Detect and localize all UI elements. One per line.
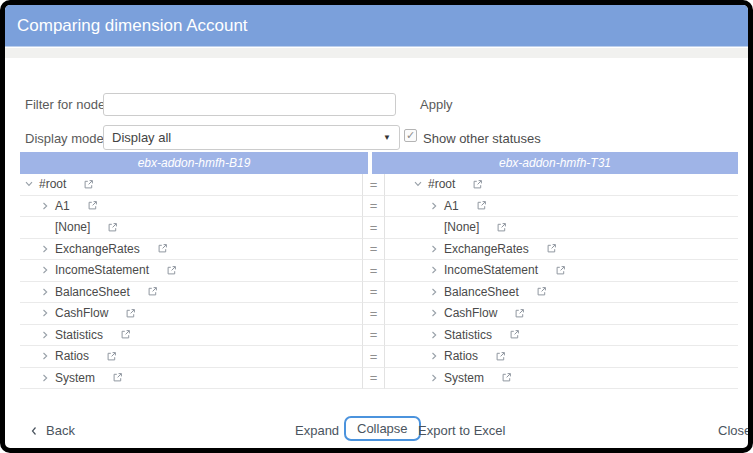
- open-node-icon[interactable]: [166, 265, 177, 276]
- open-node-icon[interactable]: [501, 372, 512, 383]
- tree-node-label: Ratios: [444, 349, 478, 363]
- tree-node-label: System: [444, 371, 484, 385]
- open-node-icon[interactable]: [476, 200, 487, 211]
- open-node-icon[interactable]: [514, 308, 525, 319]
- display-mode-select[interactable]: Display all ▼: [103, 125, 400, 150]
- chevron-right-icon[interactable]: [429, 373, 439, 383]
- tree-node[interactable]: A1: [20, 196, 363, 218]
- chevron-down-icon[interactable]: [413, 179, 423, 189]
- dialog-title: Comparing dimension Account: [17, 16, 248, 35]
- open-node-icon[interactable]: [83, 179, 94, 190]
- display-mode-selected-value: Display all: [112, 130, 383, 145]
- chevron-right-icon[interactable]: [40, 373, 50, 383]
- tree-node[interactable]: BalanceSheet: [385, 282, 738, 304]
- equality-indicator: =: [363, 196, 385, 218]
- tree-node-label: Statistics: [444, 328, 492, 342]
- open-node-icon[interactable]: [147, 286, 158, 297]
- tree-node[interactable]: System: [20, 368, 363, 390]
- tree-node[interactable]: IncomeStatement: [385, 260, 738, 282]
- open-node-icon[interactable]: [125, 308, 136, 319]
- display-mode-label: Display mode: [25, 131, 104, 146]
- tree-node-label: System: [55, 371, 95, 385]
- dropdown-arrow-icon: ▼: [383, 133, 391, 142]
- show-other-statuses-checkbox[interactable]: [404, 129, 417, 142]
- chevron-right-icon[interactable]: [429, 308, 439, 318]
- chevron-right-icon[interactable]: [429, 201, 439, 211]
- open-node-icon[interactable]: [112, 372, 123, 383]
- collapse-button[interactable]: Collapse: [344, 416, 421, 441]
- open-node-icon[interactable]: [546, 243, 557, 254]
- tree-node[interactable]: Statistics: [385, 325, 738, 347]
- tree-node-label: Ratios: [55, 349, 89, 363]
- chevron-right-icon[interactable]: [40, 244, 50, 254]
- tree-node[interactable]: [None]: [385, 217, 738, 239]
- tree-node[interactable]: #root: [385, 174, 738, 196]
- apply-button[interactable]: Apply: [420, 97, 453, 112]
- tree-node-label: ExchangeRates: [444, 242, 529, 256]
- chevron-right-icon[interactable]: [429, 287, 439, 297]
- open-node-icon[interactable]: [120, 329, 131, 340]
- chevron-right-icon[interactable]: [40, 265, 50, 275]
- equality-indicator: =: [363, 303, 385, 325]
- tree-node-label: #root: [39, 177, 66, 191]
- left-dataset-header: ebx-addon-hmfh-B19: [20, 152, 368, 174]
- chevron-right-icon[interactable]: [40, 330, 50, 340]
- open-node-icon[interactable]: [509, 329, 520, 340]
- show-other-statuses-label: Show other statuses: [423, 131, 541, 146]
- tree-node[interactable]: Ratios: [385, 346, 738, 368]
- tree-node[interactable]: #root: [20, 174, 363, 196]
- tree-node[interactable]: BalanceSheet: [20, 282, 363, 304]
- open-node-icon[interactable]: [495, 351, 506, 362]
- tree-node[interactable]: Ratios: [20, 346, 363, 368]
- equality-indicator: =: [363, 282, 385, 304]
- chevron-right-icon[interactable]: [40, 351, 50, 361]
- tree-node[interactable]: A1: [385, 196, 738, 218]
- expand-button[interactable]: Expand: [295, 423, 339, 438]
- tree-node[interactable]: [None]: [20, 217, 363, 239]
- tree-node[interactable]: IncomeStatement: [20, 260, 363, 282]
- filter-input[interactable]: [103, 93, 396, 116]
- filter-label: Filter for node: [25, 97, 105, 112]
- equality-indicator: =: [363, 325, 385, 347]
- equality-indicator: =: [363, 174, 385, 196]
- open-node-icon[interactable]: [106, 351, 117, 362]
- open-node-icon[interactable]: [536, 286, 547, 297]
- tree-node[interactable]: CashFlow: [20, 303, 363, 325]
- tree-node-label: A1: [55, 199, 70, 213]
- export-to-excel-button[interactable]: Export to Excel: [418, 423, 505, 438]
- tree-node[interactable]: CashFlow: [385, 303, 738, 325]
- tree-node[interactable]: Statistics: [20, 325, 363, 347]
- equality-indicator: =: [363, 217, 385, 239]
- open-node-icon[interactable]: [496, 222, 507, 233]
- tree-node[interactable]: ExchangeRates: [385, 239, 738, 261]
- right-dataset-header: ebx-addon-hmfh-T31: [372, 152, 738, 174]
- tree-node-label: Statistics: [55, 328, 103, 342]
- chevron-right-icon[interactable]: [429, 351, 439, 361]
- tree-node-label: A1: [444, 199, 459, 213]
- chevron-right-icon[interactable]: [429, 330, 439, 340]
- tree-node-label: BalanceSheet: [444, 285, 519, 299]
- open-node-icon[interactable]: [555, 265, 566, 276]
- open-node-icon[interactable]: [472, 179, 483, 190]
- open-node-icon[interactable]: [87, 200, 98, 211]
- equality-indicator: =: [363, 368, 385, 390]
- tree-node-label: CashFlow: [444, 306, 497, 320]
- dialog-header: Comparing dimension Account: [5, 5, 748, 47]
- tree-node-label: IncomeStatement: [55, 263, 149, 277]
- open-node-icon[interactable]: [107, 222, 118, 233]
- chevron-right-icon[interactable]: [429, 244, 439, 254]
- comparison-tree-grid: #root=#rootA1=A1[None]=[None]ExchangeRat…: [20, 174, 738, 389]
- chevron-right-icon[interactable]: [429, 265, 439, 275]
- close-button[interactable]: Close: [718, 423, 751, 438]
- chevron-right-icon[interactable]: [40, 287, 50, 297]
- open-node-icon[interactable]: [157, 243, 168, 254]
- subheader-strip: [5, 48, 748, 58]
- tree-node[interactable]: ExchangeRates: [20, 239, 363, 261]
- chevron-down-icon[interactable]: [24, 179, 34, 189]
- tree-node[interactable]: System: [385, 368, 738, 390]
- chevron-right-icon[interactable]: [40, 308, 50, 318]
- back-button[interactable]: Back: [30, 423, 75, 438]
- equality-indicator: =: [363, 260, 385, 282]
- tree-node-label: [None]: [444, 220, 479, 234]
- chevron-right-icon[interactable]: [40, 201, 50, 211]
